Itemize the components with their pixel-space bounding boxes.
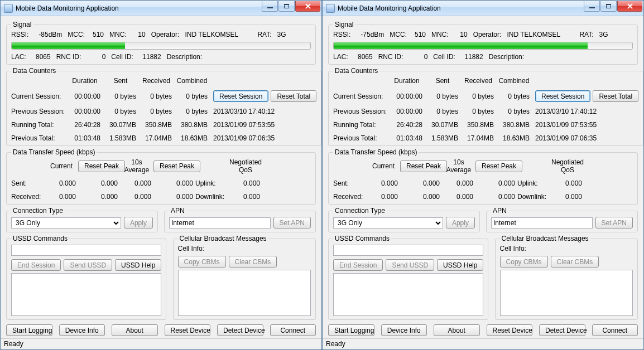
maximize-button[interactable] — [278, 1, 295, 12]
running-total-label: Running Total: — [333, 121, 389, 129]
maximize-icon — [606, 4, 611, 8]
sent-header: Sent — [103, 77, 138, 85]
prevtot-received: 17.04MB — [138, 134, 174, 142]
device-info-button[interactable]: Device Info — [59, 324, 105, 336]
reset-peak-button-2[interactable]: Reset Peak — [153, 161, 200, 172]
reset-device-button[interactable]: Reset Device — [487, 324, 533, 336]
connect-button[interactable]: Connect — [592, 324, 638, 336]
maximize-button[interactable] — [600, 1, 617, 12]
connection-type-select[interactable]: 3G Only — [11, 217, 121, 229]
ussd-input[interactable] — [11, 245, 161, 256]
combined-header: Combined — [496, 77, 532, 85]
clear-cbms-button[interactable]: Clear CBMs — [551, 256, 599, 268]
reset-peak-button-1[interactable]: Reset Peak — [78, 161, 125, 172]
reset-total-button[interactable]: Reset Total — [593, 90, 638, 102]
start-logging-button[interactable]: Start Logging — [6, 324, 52, 336]
apn-group: APN Set APN — [486, 207, 638, 232]
clear-cbms-button[interactable]: Clear CBMs — [229, 256, 277, 268]
titlebar: Mobile Data Monitoring Application — [323, 1, 643, 16]
reset-session-button[interactable]: Reset Session — [535, 90, 590, 102]
reset-device-button[interactable]: Reset Device — [165, 324, 211, 336]
running-timestamp: 2013/01/09 07:53:55 — [210, 121, 316, 129]
minimize-button[interactable] — [262, 1, 278, 12]
send-ussd-button[interactable]: Send USSD — [386, 259, 434, 271]
ussd-group: USSD Commands End Session Send USSD USSD… — [6, 235, 166, 320]
app-icon — [4, 4, 13, 13]
running-received: 350.8MB — [138, 121, 174, 129]
send-ussd-button[interactable]: Send USSD — [64, 259, 112, 271]
about-button[interactable]: About — [434, 324, 480, 336]
duration-header: Duration — [67, 77, 103, 85]
end-session-button[interactable]: End Session — [333, 259, 383, 271]
end-session-button[interactable]: End Session — [11, 259, 61, 271]
current-received: 0 bytes — [460, 93, 496, 100]
set-apn-button[interactable]: Set APN — [595, 217, 633, 229]
current-session-label: Current Session: — [333, 93, 389, 100]
apn-input[interactable] — [491, 217, 593, 229]
connection-type-legend: Connection Type — [333, 207, 387, 215]
apn-input[interactable] — [169, 217, 271, 229]
mcc-label: MCC: — [68, 31, 85, 38]
detect-device-button[interactable]: Detect Device — [539, 324, 585, 336]
ussd-output[interactable] — [11, 273, 161, 316]
cbm-output[interactable] — [500, 270, 633, 316]
reset-session-button[interactable]: Reset Session — [213, 90, 268, 102]
rncid-value: 0 — [408, 53, 427, 61]
rssi-label: RSSI: — [11, 31, 28, 38]
current-combined: 0 bytes — [174, 93, 210, 100]
uplink-label: Uplink: — [195, 179, 229, 187]
neg-qos-header: Negotiated QoS — [551, 158, 584, 174]
ussd-help-button[interactable]: USSD Help — [115, 259, 161, 271]
set-apn-button[interactable]: Set APN — [273, 217, 311, 229]
prevtot-timestamp: 2013/01/09 07:06:35 — [532, 134, 638, 142]
close-button[interactable] — [617, 1, 642, 12]
cbm-output[interactable] — [178, 270, 311, 316]
uplink-value: 0.000 — [229, 179, 262, 187]
start-logging-button[interactable]: Start Logging — [328, 324, 374, 336]
prev-combined: 0 bytes — [496, 108, 532, 115]
detect-device-button[interactable]: Detect Device — [217, 324, 263, 336]
minimize-button[interactable] — [584, 1, 600, 12]
about-button[interactable]: About — [112, 324, 158, 336]
speed-sent-label: Sent: — [11, 179, 45, 187]
connect-button[interactable]: Connect — [270, 324, 316, 336]
recv-current: 0.000 — [367, 193, 400, 201]
downlink-label: Downlink: — [517, 193, 551, 201]
signal-progressbar — [333, 42, 633, 50]
device-info-button[interactable]: Device Info — [381, 324, 427, 336]
running-combined: 380.8MB — [174, 121, 210, 129]
ussd-input[interactable] — [333, 245, 483, 256]
prev-timestamp: 2013/03/10 17:40:12 — [532, 108, 638, 115]
copy-cbms-button[interactable]: Copy CBMs — [178, 256, 226, 268]
reset-peak-button-1[interactable]: Reset Peak — [400, 161, 447, 172]
signal-group: Signal RSSI: -85dBm MCC: 510 MNC: 10 Ope… — [6, 21, 316, 65]
prevtot-sent: 1.583MB — [103, 134, 138, 142]
prevtot-duration: 01:03:48 — [67, 134, 103, 142]
cell-info-label: Cell Info: — [500, 245, 526, 252]
reset-total-button[interactable]: Reset Total — [271, 90, 316, 102]
ussd-output[interactable] — [333, 273, 483, 316]
operator-label: Operator: — [473, 31, 502, 38]
running-duration: 26:40:28 — [67, 121, 103, 129]
lac-value: 8065 — [32, 53, 51, 61]
combined-header: Combined — [174, 77, 210, 85]
recv-peak2: 0.000 — [475, 193, 517, 201]
cellid-label: Cell ID: — [111, 53, 133, 61]
received-header: Received — [460, 77, 496, 85]
operator-value: IND TELKOMSEL — [507, 31, 574, 38]
apply-button[interactable]: Apply — [124, 217, 153, 229]
prev-duration: 00:00:00 — [67, 108, 103, 115]
rncid-value: 0 — [86, 53, 105, 61]
duration-header: Duration — [389, 77, 425, 85]
apply-button[interactable]: Apply — [446, 217, 475, 229]
connection-type-select[interactable]: 3G Only — [333, 217, 443, 229]
sent-peak1: 0.000 — [78, 179, 120, 187]
close-button[interactable] — [295, 1, 320, 12]
copy-cbms-button[interactable]: Copy CBMs — [500, 256, 548, 268]
prev-received: 0 bytes — [138, 108, 174, 115]
recv-peak1: 0.000 — [78, 193, 120, 201]
data-counters-group: Data Counters Duration Sent Received Com… — [328, 67, 643, 146]
previous-session-label: Previous Session: — [333, 108, 389, 115]
ussd-help-button[interactable]: USSD Help — [437, 259, 483, 271]
reset-peak-button-2[interactable]: Reset Peak — [475, 161, 522, 172]
